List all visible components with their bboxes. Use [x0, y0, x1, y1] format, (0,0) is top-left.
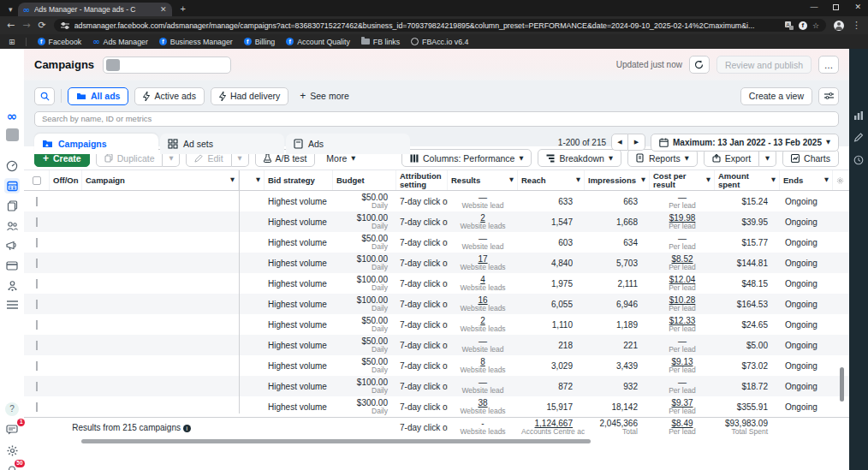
more-button[interactable]: More▼ [321, 153, 360, 164]
row-checkbox[interactable] [36, 341, 38, 350]
summary-attribution: 7-day click or ... [396, 423, 448, 432]
filter-search-icon[interactable] [34, 87, 55, 105]
edit-pencil-icon[interactable] [854, 133, 864, 142]
row-checkbox[interactable] [36, 382, 38, 391]
tab-search-chevron-icon[interactable]: ▾ [9, 5, 13, 14]
vertical-scrollbar-thumb[interactable] [840, 367, 844, 402]
col-amount-spent[interactable]: Amount spent▼ [715, 170, 780, 190]
apps-grid-icon[interactable]: ⊞ [9, 38, 15, 46]
advertise-megaphone-icon[interactable] [4, 238, 20, 253]
account-avatar[interactable] [4, 127, 20, 142]
url-bar[interactable]: adsmanager.facebook.com/adsmanager/manag… [54, 19, 826, 32]
col-ends[interactable]: Ends▼ [780, 170, 833, 190]
campaigns-table-icon[interactable] [4, 178, 20, 193]
browser-menu-icon[interactable]: ⋮ [852, 20, 861, 31]
bookmark-fbacc[interactable]: FBAcc.io v6.4 [411, 38, 468, 46]
close-button[interactable]: ✕ [854, 3, 861, 11]
all-tools-menu-icon[interactable] [4, 297, 20, 312]
ads-manager-main: Campaigns Updated just now Review and pu… [24, 49, 849, 470]
row-checkbox[interactable] [36, 197, 38, 206]
filter-all-ads[interactable]: All ads [68, 87, 128, 105]
col-cost-per-result[interactable]: Cost per result▼ [650, 170, 715, 190]
ends-cell: Ongoing [780, 197, 833, 206]
horizontal-scrollbar-thumb[interactable] [81, 439, 591, 443]
select-all-checkbox-cell [24, 170, 50, 190]
bookmark-business-manager[interactable]: fBusiness Manager [159, 38, 233, 46]
col-reach[interactable]: Reach▼ [518, 170, 585, 190]
billing-card-icon[interactable] [4, 258, 20, 273]
row-checkbox[interactable] [36, 402, 38, 412]
bookmark-fb-links[interactable]: FB links [361, 38, 400, 46]
minimize-button[interactable]: — [810, 3, 817, 11]
row-checkbox[interactable] [36, 320, 38, 330]
back-icon[interactable]: ← [7, 20, 15, 31]
row-checkbox[interactable] [36, 217, 38, 227]
row-checkbox[interactable] [36, 300, 38, 309]
browser-tab[interactable]: ∞ Ads Manager - Manage ads - C ✕ [18, 3, 172, 16]
col-impressions[interactable]: Impressions▼ [585, 170, 650, 190]
ads-reporting-pages-icon[interactable] [4, 198, 20, 213]
amount-spent-cell: $24.65 [715, 320, 780, 330]
maximize-button[interactable] [833, 4, 839, 10]
reload-icon[interactable]: ⟳ [38, 20, 45, 31]
campaign-id-filter-input[interactable] [103, 57, 231, 74]
row-checkbox[interactable] [36, 279, 38, 289]
forward-icon[interactable]: → [22, 20, 30, 31]
notifications-bell-icon[interactable]: 50 [4, 463, 20, 470]
filter-see-more[interactable]: +See more [294, 90, 354, 102]
reach-cell: 633 [518, 197, 585, 206]
info-icon[interactable]: i [183, 425, 191, 432]
profile-avatar[interactable] [834, 21, 844, 31]
history-clock-icon[interactable] [853, 155, 864, 165]
tab-close-icon[interactable]: ✕ [160, 5, 167, 14]
tab-campaigns[interactable]: ▲ Campaigns [34, 134, 158, 154]
bookmark-account-quality[interactable]: fAccount Quality [286, 38, 350, 46]
date-range-picker[interactable]: Maximum: 13 Jan 2022 - 13 Feb 2025 ▼ [651, 134, 839, 152]
facebook-extension-icon[interactable]: f [799, 21, 807, 30]
filter-active-ads[interactable]: Active ads [134, 87, 204, 105]
filter-had-delivery[interactable]: Had delivery [211, 87, 288, 105]
messages-icon[interactable]: 1 [4, 422, 20, 437]
refresh-button[interactable] [689, 56, 710, 74]
settings-gear-icon[interactable] [4, 443, 20, 458]
help-icon[interactable]: ? [4, 402, 20, 417]
insights-chart-icon[interactable] [853, 110, 864, 121]
column-settings-gear-icon[interactable] [833, 170, 847, 190]
col-campaign[interactable]: Campaign▼ [82, 170, 239, 190]
create-a-view-button[interactable]: Create a view [740, 87, 812, 105]
header-more-button[interactable]: … [818, 56, 839, 74]
col-attribution[interactable]: Attribution setting [396, 170, 448, 190]
bookmark-billing[interactable]: fBilling [244, 38, 275, 46]
bookmark-facebook[interactable]: fFacebook [38, 38, 82, 46]
meta-icon: ∞ [92, 38, 99, 45]
business-settings-person-icon[interactable] [4, 277, 20, 293]
translate-icon[interactable]: A [785, 21, 794, 30]
next-page-button[interactable]: ▶ [628, 134, 645, 151]
bookmark-ads-manager[interactable]: ∞Ads Manager [92, 38, 148, 46]
reports-icon [636, 153, 645, 163]
row-checkbox[interactable] [36, 361, 38, 371]
prev-page-button[interactable]: ◀ [611, 134, 628, 151]
review-and-publish-button[interactable]: Review and publish [716, 56, 812, 74]
tab-ads[interactable]: Ads [286, 134, 410, 154]
bookmark-star-icon[interactable]: ☆ [812, 21, 819, 30]
account-overview-gauge-icon[interactable] [4, 158, 20, 174]
audiences-people-icon[interactable] [4, 218, 20, 234]
budget-cell: $100.00Daily [333, 213, 396, 230]
tab-ad-sets[interactable]: Ad sets [160, 134, 284, 154]
campaigns-folder-icon: ▲ [42, 139, 53, 148]
meta-logo-icon[interactable]: ∞ [4, 109, 20, 124]
filter-token-chip[interactable] [106, 59, 120, 71]
col-off-on[interactable]: Off/On [50, 170, 82, 190]
col-bid-strategy[interactable]: Bid strategy [265, 170, 333, 190]
new-tab-button[interactable]: + [181, 3, 186, 14]
col-budget[interactable]: Budget [333, 170, 396, 190]
site-controls-icon[interactable] [61, 21, 69, 30]
row-checkbox[interactable] [36, 259, 38, 268]
select-all-checkbox[interactable] [33, 176, 41, 185]
row-checkbox[interactable] [36, 238, 38, 247]
col-results[interactable]: Results▼ [448, 170, 518, 190]
search-input[interactable] [34, 111, 839, 127]
view-settings-sliders-icon[interactable] [818, 87, 839, 105]
col-delivery-mini[interactable]: ▼ [239, 170, 265, 190]
